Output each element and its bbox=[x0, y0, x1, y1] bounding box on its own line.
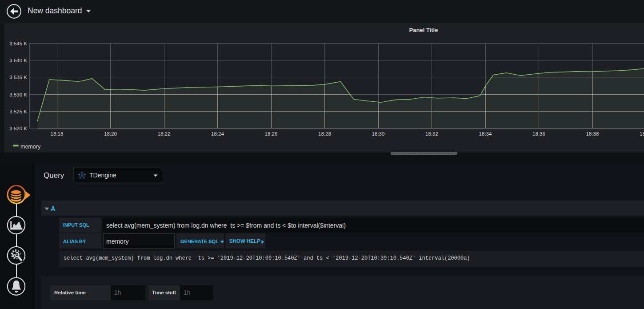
svg-text:18:40: 18:40 bbox=[640, 131, 644, 136]
svg-text:3.545 K: 3.545 K bbox=[9, 41, 27, 46]
svg-text:18:22: 18:22 bbox=[158, 131, 171, 136]
svg-text:Panel Title: Panel Title bbox=[409, 27, 438, 33]
svg-text:memory: memory bbox=[20, 144, 41, 150]
svg-text:18:26: 18:26 bbox=[265, 131, 278, 136]
svg-text:3.530 K: 3.530 K bbox=[9, 92, 27, 97]
svg-text:3.520 K: 3.520 K bbox=[9, 126, 27, 131]
svg-text:18:38: 18:38 bbox=[586, 131, 599, 136]
svg-text:18:20: 18:20 bbox=[104, 131, 117, 136]
svg-text:18:30: 18:30 bbox=[372, 131, 385, 136]
svg-text:18:34: 18:34 bbox=[479, 131, 492, 136]
svg-text:3.540 K: 3.540 K bbox=[9, 58, 27, 63]
svg-text:18:18: 18:18 bbox=[51, 131, 64, 136]
svg-text:18:28: 18:28 bbox=[318, 131, 331, 136]
svg-text:18:24: 18:24 bbox=[211, 131, 224, 136]
svg-text:18:36: 18:36 bbox=[532, 131, 545, 136]
svg-text:3.525 K: 3.525 K bbox=[9, 109, 27, 114]
svg-text:3.535 K: 3.535 K bbox=[9, 75, 27, 80]
svg-text:18:32: 18:32 bbox=[425, 131, 438, 136]
